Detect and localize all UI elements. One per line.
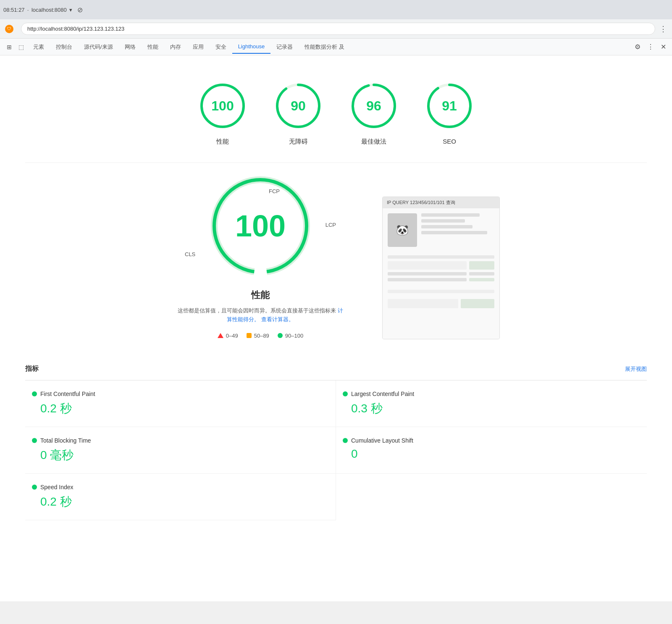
score-circle-seo: 91: [424, 81, 475, 131]
tab-bar: 08:51:27 - localhost:8080 ▾ ⊘: [0, 0, 672, 19]
score-value-seo: 91: [442, 98, 457, 114]
score-performance: 100 性能: [197, 81, 248, 146]
metric-dot-cls: [343, 438, 348, 443]
calc-link-2[interactable]: 查看计算器。: [261, 316, 294, 322]
devtools-icon-elements[interactable]: ⊞: [3, 42, 15, 52]
devtools-nav: ⊞ ⬚ 元素 控制台 源代码/来源 网络 性能 内存 应用 安全 Lightho…: [0, 39, 672, 55]
metric-name-fcp: First Contentful Paint: [40, 391, 95, 397]
screenshot-section: IP QUERY 123/456/101/101 查询 🐼: [382, 197, 500, 339]
favicon: 🛡: [5, 25, 13, 33]
metric-cls: Cumulative Layout Shift 0: [336, 427, 647, 474]
metrics-title: 指标: [25, 364, 39, 373]
ss-table-row-4: [388, 278, 494, 281]
ss-content-top: 🐼: [388, 213, 494, 247]
address-url: http://localhost:8080/ip/123.123.123.123: [27, 26, 649, 32]
ss-bottom-cell-2: [461, 299, 494, 308]
ss-cell-3: [388, 272, 467, 275]
address-bar-container[interactable]: http://localhost:8080/ip/123.123.123.123: [21, 23, 655, 35]
main-content: 100 性能 90 无障碍 96 最佳做法: [0, 55, 672, 601]
metric-lcp-header: Largest Contentful Paint: [343, 391, 640, 397]
ss-bottom-line: [388, 290, 494, 293]
metric-dot-lcp: [343, 391, 348, 396]
metric-value-lcp: 0.3 秒: [343, 401, 640, 417]
score-value-best-practices: 96: [366, 98, 381, 114]
gauge-label-lcp: LCP: [326, 222, 336, 228]
devtools-icon-inspect[interactable]: ⬚: [15, 42, 27, 52]
score-circle-best-practices: 96: [349, 81, 399, 131]
expand-view-button[interactable]: 展开视图: [625, 365, 647, 373]
close-devtools-icon[interactable]: ✕: [658, 41, 669, 52]
perf-gauge-wrap: FCP LCP CLS TBT 100: [172, 171, 349, 339]
metric-name-cls: Cumulative Layout Shift: [351, 437, 413, 444]
metric-dot-tbt: [32, 438, 37, 443]
devtools-tab-memory[interactable]: 内存: [164, 40, 187, 54]
legend-dot-green: [278, 333, 283, 338]
metric-fcp-header: First Contentful Paint: [32, 391, 329, 397]
devtools-tab-application[interactable]: 应用: [187, 40, 210, 54]
ss-cell-2: [469, 261, 494, 270]
ss-table-row-1: [388, 255, 494, 259]
score-accessibility: 90 无障碍: [273, 81, 323, 146]
score-value-performance: 100: [211, 98, 234, 114]
ss-bottom-row: [388, 299, 494, 308]
metric-value-si: 0.2 秒: [32, 494, 329, 510]
perf-gauge: 100: [206, 171, 315, 281]
browser-chrome: 08:51:27 - localhost:8080 ▾ ⊘: [0, 0, 672, 19]
ss-line-2: [421, 219, 465, 223]
devtools-tab-recorder[interactable]: 记录器: [270, 40, 299, 54]
metric-dot-si: [32, 485, 37, 490]
more-options-button[interactable]: ⋮: [659, 24, 667, 34]
score-value-accessibility: 90: [291, 98, 306, 114]
metric-fcp: First Contentful Paint 0.2 秒: [25, 380, 336, 427]
tab-stop-icon[interactable]: ⊘: [77, 6, 83, 14]
metric-dot-fcp: [32, 391, 37, 396]
ss-cell-6: [469, 278, 494, 281]
ss-cell-5: [388, 278, 467, 281]
score-best-practices: 96 最佳做法: [349, 81, 399, 146]
legend-label-red: 0–49: [226, 333, 238, 339]
perf-title: 性能: [251, 289, 270, 302]
tab-dropdown-icon[interactable]: ▾: [69, 7, 72, 13]
ss-cell-4: [469, 272, 494, 275]
perf-desc: 这些都是估算值，且可能会因时而异。系统会直接基于这些指标来 计算性能得分。 查看…: [176, 307, 344, 324]
ss-line-4: [421, 231, 487, 234]
ss-panda-img: 🐼: [388, 213, 417, 247]
ss-table-row-3: [388, 272, 494, 275]
perf-gauge-container: FCP LCP CLS TBT 100: [181, 171, 340, 281]
tab-separator: -: [27, 7, 29, 13]
legend: 0–49 50–89 90–100: [218, 333, 303, 339]
settings-icon[interactable]: ⚙: [632, 41, 643, 52]
score-label-best-practices: 最佳做法: [361, 138, 386, 146]
browser-address-bar: 🛡 http://localhost:8080/ip/123.123.123.1…: [0, 19, 672, 39]
devtools-right-icons: ⚙ ⋮ ✕: [632, 41, 669, 52]
score-label-accessibility: 无障碍: [289, 138, 308, 146]
devtools-tab-console[interactable]: 控制台: [50, 40, 78, 54]
devtools-tab-elements[interactable]: 元素: [27, 40, 50, 54]
perf-gauge-value: 100: [235, 209, 286, 243]
more-options-devtools-icon[interactable]: ⋮: [645, 41, 656, 52]
legend-label-green: 90–100: [285, 333, 303, 339]
score-label-performance: 性能: [216, 138, 229, 146]
legend-item-red: 0–49: [218, 333, 238, 339]
metric-lcp: Largest Contentful Paint 0.3 秒: [336, 380, 647, 427]
devtools-tab-performance[interactable]: 性能: [142, 40, 164, 54]
metric-value-tbt: 0 毫秒: [32, 447, 329, 463]
metric-tbt-header: Total Blocking Time: [32, 437, 329, 444]
metric-si: Speed Index 0.2 秒: [25, 474, 336, 520]
score-circle-accessibility: 90: [273, 81, 323, 131]
metric-cls-header: Cumulative Layout Shift: [343, 437, 640, 444]
tab-time: 08:51:27: [3, 7, 25, 13]
metric-name-tbt: Total Blocking Time: [40, 437, 91, 444]
ss-cell-1: [388, 261, 467, 270]
metric-value-fcp: 0.2 秒: [32, 401, 329, 417]
devtools-tab-security[interactable]: 安全: [210, 40, 232, 54]
devtools-tab-sources[interactable]: 源代码/来源: [78, 40, 119, 54]
legend-item-orange: 50–89: [247, 333, 269, 339]
score-label-seo: SEO: [443, 138, 456, 145]
devtools-tab-perf-insights[interactable]: 性能数据分析 及: [299, 40, 350, 54]
scores-section: 100 性能 90 无障碍 96 最佳做法: [0, 72, 672, 163]
legend-dot-red: [218, 333, 223, 338]
devtools-tab-lighthouse[interactable]: Lighthouse: [232, 40, 271, 54]
ss-ip-info: [421, 213, 494, 234]
devtools-tab-network[interactable]: 网络: [119, 40, 142, 54]
